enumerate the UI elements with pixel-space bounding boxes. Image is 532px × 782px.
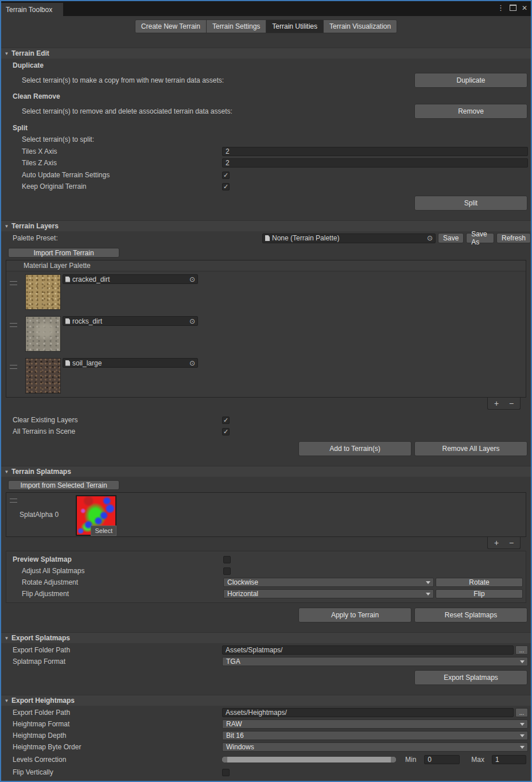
layer-row[interactable]: rocks_dirt ⊙ xyxy=(6,313,526,355)
slider-max-handle[interactable] xyxy=(391,757,396,762)
asset-doc-icon xyxy=(65,318,70,324)
heightmap-byte-order-label: Heightmap Byte Order xyxy=(1,743,222,751)
foldout-icon[interactable]: ▼ xyxy=(3,469,10,474)
clear-existing-checkbox[interactable]: ✓ xyxy=(222,417,230,424)
splatmap-row[interactable]: SplatAlpha 0 Select xyxy=(6,493,526,536)
max-input[interactable] xyxy=(492,755,526,764)
browse-button[interactable]: ... xyxy=(515,645,528,655)
layer-thumbnail-soil-large[interactable] xyxy=(25,358,61,394)
palette-preset-field[interactable]: None (Terrain Palette) ⊙ xyxy=(262,234,436,243)
reset-splatmaps-button[interactable]: Reset Splatmaps xyxy=(414,608,527,623)
flip-adjustment-dropdown[interactable]: Horizontal xyxy=(223,589,434,598)
terrain-edit-header[interactable]: ▼ Terrain Edit xyxy=(1,48,531,59)
splatmap-folder-input[interactable] xyxy=(222,645,514,655)
clear-existing-label: Clear Existing Layers xyxy=(1,416,222,424)
heightmap-depth-dropdown[interactable]: Bit 16 xyxy=(222,731,528,740)
foldout-icon[interactable]: ▼ xyxy=(3,636,10,641)
terrain-splatmaps-header[interactable]: ▼ Terrain Splatmaps xyxy=(1,466,531,477)
apply-to-terrain-button[interactable]: Apply to Terrain xyxy=(298,608,411,623)
layer-row[interactable]: cracked_dirt ⊙ xyxy=(6,271,526,313)
heightmap-byte-order-dropdown[interactable]: Windows xyxy=(222,742,528,752)
close-icon[interactable]: ✕ xyxy=(522,5,527,11)
drag-handle-icon[interactable] xyxy=(10,365,17,369)
duplicate-button[interactable]: Duplicate xyxy=(414,73,527,88)
tab-terrain-utilities[interactable]: Terrain Utilities xyxy=(266,20,324,33)
terrain-layers-header[interactable]: ▼ Terrain Layers xyxy=(1,220,531,231)
export-splatmaps-button[interactable]: Export Splatmaps xyxy=(414,670,527,685)
rotate-button[interactable]: Rotate xyxy=(436,578,523,587)
add-layer-button[interactable]: + xyxy=(490,399,503,408)
splatmap-thumbnail[interactable]: Select xyxy=(76,495,117,536)
object-picker-icon[interactable]: ⊙ xyxy=(189,276,195,283)
import-from-selected-terrain-button[interactable]: Import from Selected Terrain xyxy=(8,480,119,490)
layer-thumbnail-cracked-dirt[interactable] xyxy=(25,274,61,310)
foldout-icon[interactable]: ▼ xyxy=(3,698,10,703)
browse-button[interactable]: ... xyxy=(515,708,528,717)
save-as-button[interactable]: Save As xyxy=(466,233,494,243)
layer-field[interactable]: soil_large ⊙ xyxy=(63,358,198,368)
object-picker-icon[interactable]: ⊙ xyxy=(189,318,195,325)
material-layer-palette-title: Material Layer Palette xyxy=(6,260,526,271)
window-tab[interactable]: Terrain Toolbox xyxy=(1,3,63,16)
object-picker-icon[interactable]: ⊙ xyxy=(427,235,433,242)
tiles-z-input[interactable] xyxy=(222,158,528,168)
heightmap-folder-input[interactable] xyxy=(222,708,514,717)
drag-handle-icon[interactable] xyxy=(10,281,17,285)
tab-terrain-settings[interactable]: Terrain Settings xyxy=(206,20,266,33)
rotate-adjustment-dropdown[interactable]: Clockwise xyxy=(223,578,434,587)
asset-doc-icon xyxy=(65,277,70,282)
duplicate-description: Select terrain(s) to make a copy from wi… xyxy=(1,76,414,84)
layer-name: soil_large xyxy=(72,359,102,367)
section-title: Terrain Edit xyxy=(11,49,49,57)
drag-handle-icon[interactable] xyxy=(10,323,17,327)
drag-handle-icon[interactable] xyxy=(10,499,17,503)
foldout-icon[interactable]: ▼ xyxy=(3,51,10,56)
all-terrains-label: All Terrains in Scene xyxy=(1,427,222,435)
all-terrains-checkbox[interactable]: ✓ xyxy=(222,428,230,435)
levels-correction-slider[interactable] xyxy=(222,757,396,762)
layer-field[interactable]: rocks_dirt ⊙ xyxy=(63,316,198,326)
auto-update-checkbox[interactable]: ✓ xyxy=(222,172,230,179)
titlebar: Terrain Toolbox ⋮ ✕ xyxy=(1,1,531,16)
auto-update-label: Auto Update Terrain Settings xyxy=(1,171,222,179)
maximize-icon[interactable] xyxy=(510,5,517,11)
layer-field[interactable]: cracked_dirt ⊙ xyxy=(63,274,198,284)
export-heightmaps-header[interactable]: ▼ Export Heightmaps xyxy=(1,695,531,706)
layer-thumbnail-rocks-dirt[interactable] xyxy=(25,316,61,352)
add-splatmap-button[interactable]: + xyxy=(490,538,503,547)
tiles-x-input[interactable] xyxy=(222,147,528,156)
list-footer: + − xyxy=(487,398,521,410)
adjust-all-splatmaps-checkbox[interactable]: ✓ xyxy=(223,567,231,575)
preview-splatmap-checkbox[interactable]: ✓ xyxy=(223,556,231,563)
more-menu-icon[interactable]: ⋮ xyxy=(497,4,504,11)
remove-button[interactable]: Remove xyxy=(414,104,527,119)
tab-create-new-terrain[interactable]: Create New Terrain xyxy=(135,20,207,33)
split-heading: Split xyxy=(1,124,222,132)
slider-min-handle[interactable] xyxy=(222,757,227,762)
flip-button[interactable]: Flip xyxy=(436,589,523,598)
remove-splatmap-button[interactable]: − xyxy=(505,538,518,547)
list-footer: + − xyxy=(487,537,521,549)
import-from-terrain-button[interactable]: Import From Terrain xyxy=(8,248,119,258)
foldout-icon[interactable]: ▼ xyxy=(3,224,10,229)
save-button[interactable]: Save xyxy=(438,233,464,243)
splatmap-select-button[interactable]: Select xyxy=(91,526,117,536)
export-splatmaps-header[interactable]: ▼ Export Splatmaps xyxy=(1,632,531,643)
splatmap-format-dropdown[interactable]: TGA xyxy=(222,657,528,666)
keep-original-checkbox[interactable]: ✓ xyxy=(222,183,230,190)
split-button[interactable]: Split xyxy=(414,196,527,211)
tab-terrain-visualization[interactable]: Terrain Visualization xyxy=(323,20,397,33)
clean-remove-heading: Clean Remove xyxy=(1,92,222,100)
refresh-button[interactable]: Refresh xyxy=(496,233,531,243)
object-picker-icon[interactable]: ⊙ xyxy=(189,360,195,367)
heightmap-format-dropdown[interactable]: RAW xyxy=(222,719,528,729)
remove-layer-button[interactable]: − xyxy=(505,399,518,408)
flip-vertically-checkbox[interactable]: ✓ xyxy=(222,769,230,776)
min-input[interactable] xyxy=(424,755,460,764)
chevron-down-icon xyxy=(426,581,430,584)
add-to-terrains-button[interactable]: Add to Terrain(s) xyxy=(298,441,411,456)
layer-row[interactable]: soil_large ⊙ xyxy=(6,355,526,397)
remove-all-layers-button[interactable]: Remove All Layers xyxy=(414,441,527,456)
tiles-z-label: Tiles Z Axis xyxy=(1,159,222,167)
export-folder-path-label: Export Folder Path xyxy=(1,709,222,717)
